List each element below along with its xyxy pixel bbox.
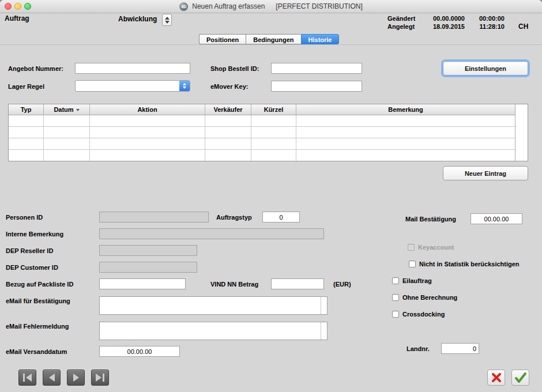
nicht-in-statistik-label: Nicht in Statistik berücksichtigen [419,261,520,267]
vind-nn-betrag-input[interactable] [271,278,324,289]
last-record-button[interactable] [91,370,109,386]
table-cell [251,127,296,138]
crossdocking-checkbox-row: Crossdocking [392,311,445,318]
combo-stepper-icon[interactable] [179,81,190,91]
combo-up-icon [183,83,186,85]
table-scrollbar[interactable] [515,104,522,161]
neuer-eintrag-button[interactable]: Neuer Eintrag [443,166,528,180]
geaendert-label: Geändert [387,15,415,22]
table-cell [44,138,90,149]
tab-positionen[interactable]: Positionen [199,34,246,44]
lager-regel-label: Lager Regel [8,83,44,90]
table-cell [205,150,251,161]
column-header-datum-label: Datum [54,106,73,113]
crossdocking-label: Crossdocking [402,311,445,318]
ohne-berechnung-label: Ohne Berechnung [402,294,457,301]
table-cell [9,115,44,126]
geaendert-time: 00:00:00 [477,15,505,22]
dep-customer-id-input [99,262,197,273]
tab-historie[interactable]: Historie [301,34,340,44]
bezug-packliste-id-input[interactable] [99,278,186,289]
table-row[interactable] [9,150,515,161]
email-fehlermeldung-scrollbar[interactable] [321,322,327,340]
titlebar: 4D Neuen Auftrag erfassen [PERFECT DISTR… [0,0,542,13]
last-record-arrow-icon [96,374,101,382]
history-table: Typ Datum Aktion Verkäufer Kürzel Bemerk… [8,104,528,161]
emover-key-input[interactable] [271,81,362,92]
next-record-button[interactable] [67,370,85,386]
email-versanddatum-input[interactable] [99,346,180,357]
table-cell [44,127,90,138]
first-record-arrow-icon [26,374,32,382]
keyaccount-label: Keyaccount [418,244,454,251]
eilauftrag-checkbox[interactable] [392,277,399,284]
vind-nn-betrag-label: VIND NN Betrag [210,281,258,288]
table-row[interactable] [9,115,515,127]
combo-down-icon [183,86,186,89]
mail-bestaetigung-input[interactable] [471,213,522,224]
first-record-button[interactable] [18,370,36,386]
column-header-verkaeufer[interactable]: Verkäufer [205,104,251,115]
window-title-group: 4D Neuen Auftrag erfassen [PERFECT DISTR… [0,0,542,13]
table-cell [251,138,296,149]
personen-id-label: Personen ID [6,214,43,221]
interne-bemerkung-label: Interne Bemerkung [6,231,63,238]
window-title-suffix: [PERFECT DISTRIBUTION] [276,2,362,10]
crossdocking-checkbox[interactable] [392,311,399,318]
auftragstyp-input[interactable] [262,212,300,223]
keyaccount-checkbox [408,244,415,251]
lager-regel-select[interactable] [75,80,190,92]
table-cell [296,115,515,126]
column-header-typ[interactable]: Typ [9,104,44,115]
column-header-datum[interactable]: Datum [44,104,90,115]
app-logo-icon: 4D [179,2,188,11]
table-cell [251,115,296,126]
table-cell [205,138,251,149]
table-row[interactable] [9,138,515,150]
angelegt-label: Angelegt [387,23,415,30]
table-cell [9,150,44,161]
landnr-input[interactable] [441,343,479,354]
email-bestaetigung-input[interactable] [99,296,328,315]
previous-record-button[interactable] [43,370,61,386]
keyaccount-checkbox-row: Keyaccount [408,244,454,251]
email-fehlermeldung-input[interactable] [99,322,328,340]
table-cell [44,115,90,126]
eilauftrag-label: Eilauftrag [402,277,432,284]
emover-key-label: eMover Key: [210,83,248,90]
table-header-row: Typ Datum Aktion Verkäufer Kürzel Bemerk… [9,104,515,115]
nicht-in-statistik-checkbox[interactable] [409,261,416,267]
shop-bestell-id-input[interactable] [271,63,362,74]
table-cell [90,150,205,161]
auftrag-label: Auftrag [5,14,29,22]
angebot-nummer-input[interactable] [75,63,190,74]
landnr-label: Landnr. [406,345,430,352]
tab-bedingungen[interactable]: Bedingungen [246,34,300,44]
column-header-bemerkung[interactable]: Bemerkung [296,104,515,115]
column-header-aktion[interactable]: Aktion [90,104,205,115]
dep-reseller-id-input [99,245,197,256]
table-cell [296,138,515,149]
table-cell [44,150,90,161]
email-fehlermeldung-label: eMail Fehlermeldung [6,323,69,330]
first-record-icon [23,374,25,382]
sort-icon [76,109,80,111]
nicht-in-statistik-checkbox-row: Nicht in Statistik berücksichtigen [409,261,520,267]
abwicklung-label: Abwicklung [118,15,157,23]
einstellungen-button[interactable]: Einstellungen [443,61,528,76]
tabbar: Positionen Bedingungen Historie [199,34,339,44]
table-cell [205,115,251,126]
ok-button[interactable] [511,370,529,386]
next-record-icon [73,374,79,382]
email-bestaetigung-scrollbar[interactable] [321,297,327,314]
ohne-berechnung-checkbox[interactable] [392,294,399,301]
column-header-kuerzel[interactable]: Kürzel [251,104,296,115]
angebot-nummer-label: Angebot Nummer: [8,65,63,72]
country-code: CH [518,22,528,31]
stepper-up-icon [165,17,170,20]
dep-customer-id-label: DEP Customer ID [6,264,58,271]
window-title: Neuen Auftrag erfassen [192,2,265,10]
cancel-button[interactable] [487,370,505,386]
abwicklung-stepper[interactable] [162,14,172,26]
table-row[interactable] [9,127,515,138]
